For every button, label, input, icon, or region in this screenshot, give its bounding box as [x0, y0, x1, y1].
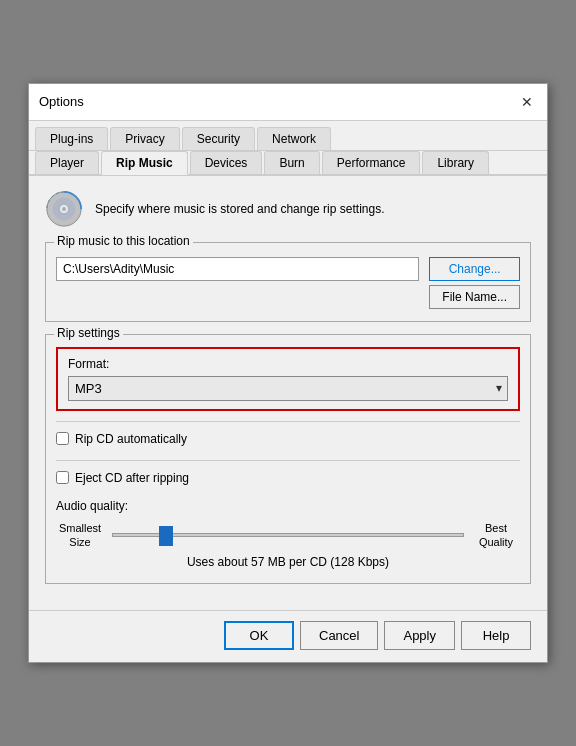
tab-privacy[interactable]: Privacy	[110, 127, 179, 150]
header-description: Specify where music is stored and change…	[95, 202, 384, 216]
audio-quality-section: Audio quality: SmallestSize BestQuality …	[56, 499, 520, 570]
rip-settings-label: Rip settings	[54, 326, 123, 340]
apply-button[interactable]: Apply	[384, 621, 455, 650]
cd-icon	[45, 190, 83, 228]
divider	[56, 421, 520, 422]
svg-point-3	[62, 207, 66, 211]
top-tab-row: Plug-ins Privacy Security Network	[29, 121, 547, 151]
ok-button[interactable]: OK	[224, 621, 294, 650]
change-button[interactable]: Change...	[429, 257, 520, 281]
eject-cd-checkbox[interactable]	[56, 471, 69, 484]
eject-cd-row: Eject CD after ripping	[56, 471, 520, 485]
tab-plugins[interactable]: Plug-ins	[35, 127, 108, 150]
close-button[interactable]: ✕	[517, 92, 537, 112]
rip-location-label: Rip music to this location	[54, 234, 193, 248]
format-select[interactable]: MP3 Windows Media Audio Windows Media Au…	[68, 376, 508, 401]
bottom-tab-row: Player Rip Music Devices Burn Performanc…	[29, 151, 547, 176]
divider2	[56, 460, 520, 461]
tab-player[interactable]: Player	[35, 151, 99, 174]
title-bar: Options ✕	[29, 84, 547, 121]
format-label: Format:	[68, 357, 508, 371]
rip-cd-row: Rip CD automatically	[56, 432, 520, 446]
rip-settings-group: Rip settings Format: MP3 Windows Media A…	[45, 334, 531, 585]
rip-location-group: Rip music to this location C:\Users\Adit…	[45, 242, 531, 322]
tab-library[interactable]: Library	[422, 151, 489, 174]
tab-security[interactable]: Security	[182, 127, 255, 150]
dialog-title: Options	[39, 94, 84, 109]
tab-rip-music[interactable]: Rip Music	[101, 151, 188, 175]
tab-devices[interactable]: Devices	[190, 151, 263, 174]
header-section: Specify where music is stored and change…	[45, 190, 531, 228]
location-row: C:\Users\Adity\Music Change... File Name…	[56, 257, 520, 309]
audio-quality-label: Audio quality:	[56, 499, 520, 513]
cancel-button[interactable]: Cancel	[300, 621, 378, 650]
footer: OK Cancel Apply Help	[29, 610, 547, 662]
main-content: Specify where music is stored and change…	[29, 176, 547, 611]
slider-track	[112, 533, 464, 537]
location-path: C:\Users\Adity\Music	[56, 257, 419, 281]
eject-cd-label: Eject CD after ripping	[75, 471, 189, 485]
slider-hint: Uses about 57 MB per CD (128 Kbps)	[56, 555, 520, 569]
help-button[interactable]: Help	[461, 621, 531, 650]
tab-burn[interactable]: Burn	[264, 151, 319, 174]
tab-performance[interactable]: Performance	[322, 151, 421, 174]
file-name-button[interactable]: File Name...	[429, 285, 520, 309]
slider-row: SmallestSize BestQuality	[56, 521, 520, 550]
tab-network[interactable]: Network	[257, 127, 331, 150]
location-buttons: Change... File Name...	[429, 257, 520, 309]
options-dialog: Options ✕ Plug-ins Privacy Security Netw…	[28, 83, 548, 664]
slider-max-label: BestQuality	[472, 521, 520, 550]
format-select-wrapper: MP3 Windows Media Audio Windows Media Au…	[68, 376, 508, 401]
slider-container[interactable]	[112, 533, 464, 537]
rip-cd-label: Rip CD automatically	[75, 432, 187, 446]
rip-cd-checkbox[interactable]	[56, 432, 69, 445]
slider-thumb[interactable]	[159, 526, 173, 546]
slider-min-label: SmallestSize	[56, 521, 104, 550]
format-section: Format: MP3 Windows Media Audio Windows …	[56, 347, 520, 411]
